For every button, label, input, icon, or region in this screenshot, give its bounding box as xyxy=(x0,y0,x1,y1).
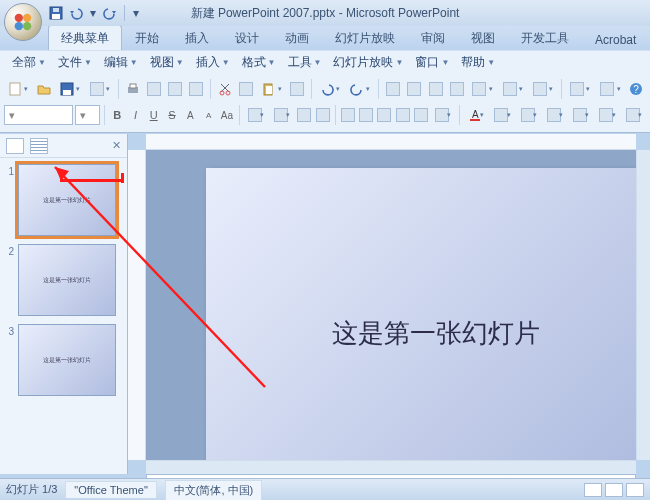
justify-button[interactable] xyxy=(394,104,410,126)
outline-tab-icon[interactable] xyxy=(30,138,48,154)
tab-acrobat[interactable]: Acrobat xyxy=(582,28,649,50)
panel-close-icon[interactable]: ✕ xyxy=(112,139,121,152)
grow-font-button[interactable]: A xyxy=(182,104,198,126)
menu-help[interactable]: 帮助▼ xyxy=(455,51,501,74)
save-button[interactable] xyxy=(56,78,84,100)
zoom-button[interactable] xyxy=(566,78,594,100)
chart-button[interactable] xyxy=(405,78,424,100)
change-case-button[interactable]: Aa xyxy=(219,104,235,126)
table-button[interactable] xyxy=(383,78,402,100)
menu-tools[interactable]: 工具▼ xyxy=(282,51,328,74)
font-size-combo[interactable]: ▾ xyxy=(75,105,101,125)
new-button[interactable] xyxy=(4,78,32,100)
undo-dropdown-icon[interactable]: ▾ xyxy=(88,5,98,21)
normal-view-icon[interactable] xyxy=(584,483,602,497)
research-button[interactable] xyxy=(187,78,206,100)
sorter-view-icon[interactable] xyxy=(605,483,623,497)
menu-slideshow[interactable]: 幻灯片放映▼ xyxy=(327,51,409,74)
vertical-scrollbar[interactable] xyxy=(636,150,650,460)
ruler-horizontal xyxy=(146,134,636,150)
columns-button[interactable] xyxy=(413,104,429,126)
cut-button[interactable] xyxy=(215,78,234,100)
list-item[interactable]: 2 这是第一张幻灯片 xyxy=(4,244,123,316)
svg-rect-9 xyxy=(63,90,71,95)
fill-color-button[interactable] xyxy=(490,104,514,126)
indent-inc-button[interactable] xyxy=(315,104,331,126)
thumbnail-2[interactable]: 这是第一张幻灯片 xyxy=(18,244,116,316)
open-button[interactable] xyxy=(34,78,53,100)
textbox-button[interactable] xyxy=(447,78,466,100)
slides-tab-icon[interactable] xyxy=(6,138,24,154)
effects-button[interactable] xyxy=(595,104,619,126)
numbering-button[interactable] xyxy=(270,104,294,126)
tab-classic-menu[interactable]: 经典菜单 xyxy=(48,25,122,50)
theme-label[interactable]: "Office Theme" xyxy=(65,481,156,498)
align-right-button[interactable] xyxy=(376,104,392,126)
work-area: ✕ 1 这是第一张幻灯片 2 这是第一张幻灯片 3 这是第一张幻灯片 这是第一张… xyxy=(0,134,650,474)
menu-format[interactable]: 格式▼ xyxy=(236,51,282,74)
menu-insert[interactable]: 插入▼ xyxy=(190,51,236,74)
font-color-button[interactable]: A xyxy=(464,104,488,126)
redo-icon[interactable] xyxy=(102,5,118,21)
tab-home[interactable]: 开始 xyxy=(122,25,172,50)
align-center-button[interactable] xyxy=(358,104,374,126)
align-left-button[interactable] xyxy=(340,104,356,126)
font-name-combo[interactable]: ▾ xyxy=(4,105,73,125)
thumbnail-3[interactable]: 这是第一张幻灯片 xyxy=(18,324,116,396)
tab-view[interactable]: 视图 xyxy=(458,25,508,50)
menu-window[interactable]: 窗口▼ xyxy=(409,51,455,74)
qat-customize-icon[interactable]: ▾ xyxy=(131,5,141,21)
format-painter-button[interactable] xyxy=(288,78,307,100)
copy-button[interactable] xyxy=(236,78,255,100)
design-button[interactable] xyxy=(622,104,646,126)
tab-insert[interactable]: 插入 xyxy=(172,25,222,50)
save-icon[interactable] xyxy=(48,5,64,21)
paste-button[interactable] xyxy=(257,78,285,100)
menu-edit[interactable]: 编辑▼ xyxy=(98,51,144,74)
shrink-font-button[interactable]: A xyxy=(200,104,216,126)
office-button[interactable] xyxy=(4,3,42,41)
newslide-button[interactable] xyxy=(529,78,557,100)
undo-button[interactable] xyxy=(316,78,344,100)
slideshow-view-icon[interactable] xyxy=(626,483,644,497)
spell-button[interactable] xyxy=(166,78,185,100)
tab-design[interactable]: 设计 xyxy=(222,25,272,50)
print-preview-button[interactable] xyxy=(144,78,163,100)
bullets-button[interactable] xyxy=(244,104,268,126)
tab-animations[interactable]: 动画 xyxy=(272,25,322,50)
horizontal-scrollbar[interactable] xyxy=(146,460,636,474)
language-label[interactable]: 中文(简体, 中国) xyxy=(165,480,262,500)
svg-rect-5 xyxy=(52,14,60,19)
menu-all[interactable]: 全部▼ xyxy=(6,51,52,74)
current-slide[interactable]: 这是第一张幻灯片 xyxy=(206,168,636,460)
italic-button[interactable]: I xyxy=(127,104,143,126)
savepdf-button[interactable] xyxy=(86,78,114,100)
slide-title-text[interactable]: 这是第一张幻灯片 xyxy=(332,316,540,351)
bold-button[interactable]: B xyxy=(109,104,125,126)
undo-icon[interactable] xyxy=(68,5,84,21)
tab-slideshow[interactable]: 幻灯片放映 xyxy=(322,25,408,50)
slide-canvas[interactable]: 这是第一张幻灯片 xyxy=(146,150,636,460)
indent-dec-button[interactable] xyxy=(296,104,312,126)
color-button[interactable] xyxy=(596,78,624,100)
list-item[interactable]: 1 这是第一张幻灯片 xyxy=(4,164,123,236)
line-spacing-button[interactable] xyxy=(431,104,455,126)
quickstyle-button[interactable] xyxy=(569,104,593,126)
list-item[interactable]: 3 这是第一张幻灯片 xyxy=(4,324,123,396)
menu-file[interactable]: 文件▼ xyxy=(52,51,98,74)
underline-button[interactable]: U xyxy=(146,104,162,126)
thumbnail-1[interactable]: 这是第一张幻灯片 xyxy=(18,164,116,236)
strike-button[interactable]: S xyxy=(164,104,180,126)
link-button[interactable] xyxy=(426,78,445,100)
qat-separator xyxy=(124,5,125,21)
menu-view[interactable]: 视图▼ xyxy=(144,51,190,74)
arrange-button[interactable] xyxy=(543,104,567,126)
tab-review[interactable]: 审阅 xyxy=(408,25,458,50)
action-button[interactable] xyxy=(499,78,527,100)
line-color-button[interactable] xyxy=(517,104,541,126)
redo-button[interactable] xyxy=(346,78,374,100)
print-button[interactable] xyxy=(123,78,142,100)
shapes-button[interactable] xyxy=(468,78,496,100)
tab-developer[interactable]: 开发工具 xyxy=(508,25,582,50)
help-icon[interactable]: ? xyxy=(627,78,646,100)
